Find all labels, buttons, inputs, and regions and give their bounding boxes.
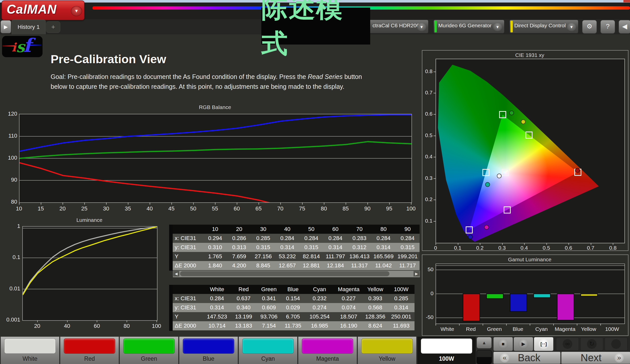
- tab-history-1[interactable]: History 1: [12, 20, 46, 34]
- column-header: 70: [347, 225, 371, 234]
- chevron-down-icon[interactable]: ▼: [493, 23, 502, 31]
- cie-measured-red: [575, 168, 580, 173]
- table-cell: 0.294: [203, 234, 227, 243]
- table-cell: 11.717: [396, 261, 420, 270]
- table-header-row: 102030405060708090: [173, 225, 420, 234]
- rgb-x-tick: 70: [274, 205, 287, 212]
- table-cell: 0.074: [335, 303, 363, 312]
- table-cell: 128.356: [363, 312, 388, 321]
- scroll-left-icon[interactable]: ◀: [173, 271, 179, 276]
- next-button[interactable]: Next »: [561, 352, 630, 364]
- table-cell: 0.284: [299, 234, 323, 243]
- cie-x-tick: 0.1: [451, 245, 464, 251]
- settings-button[interactable]: ⚙: [582, 20, 597, 34]
- pattern-swatch-white[interactable]: White: [1, 336, 60, 364]
- cie-y-tickmark: [434, 200, 436, 200]
- pattern-swatch-red[interactable]: Red: [60, 336, 119, 364]
- cie-y-tick: 0.3: [422, 175, 432, 181]
- read-series-button[interactable]: [··]: [534, 337, 554, 351]
- play-button[interactable]: ▶: [514, 337, 533, 351]
- back-chevrons-icon: «: [500, 353, 509, 362]
- display-control-dropdown[interactable]: Direct Display Control ▼: [509, 20, 578, 33]
- next-label: Next: [581, 352, 601, 363]
- table-cell: 7.659: [227, 252, 251, 261]
- swatch-color: [4, 338, 56, 354]
- rgb-x-tickmark: [63, 202, 63, 205]
- presentation-mode-overlay: 陈述模式: [261, 8, 370, 45]
- gamut-x-tickmark: [506, 324, 507, 326]
- generator-dropdown[interactable]: Murideo 6G Generator ▼: [434, 20, 504, 33]
- column-header: 100W: [388, 285, 415, 294]
- back-button[interactable]: « Back: [493, 352, 561, 364]
- help-button[interactable]: ?: [600, 20, 615, 34]
- luminance-x-tick: 60: [90, 323, 103, 329]
- pattern-swatch-green[interactable]: Green: [120, 336, 179, 364]
- table-cell: 0.284: [323, 234, 347, 243]
- cie-y-tickmark: [434, 136, 436, 136]
- extra-button[interactable]: [605, 337, 627, 351]
- calman-window: CalMAN ▼ ▶ History 1 + ctraCal C6 HDR200…: [0, 0, 630, 364]
- table-cell: 7.154: [256, 321, 282, 330]
- table-cell: 0.286: [227, 234, 251, 243]
- pattern-swatch-100w[interactable]: 100W: [417, 336, 476, 364]
- stop-button[interactable]: ■: [493, 337, 513, 351]
- pattern-swatch-blue[interactable]: Blue: [179, 336, 238, 364]
- collapse-panel-button[interactable]: ◀: [618, 20, 630, 34]
- table-cell: 0.284: [275, 234, 299, 243]
- calman-menu-chevron-icon[interactable]: ▼: [71, 6, 82, 16]
- cie-measured-white: [497, 174, 502, 178]
- pattern-swatch-magenta[interactable]: Magenta: [298, 336, 357, 364]
- table-row: y: CIE310.3140.3400.6090.0290.2740.0740.…: [173, 303, 415, 312]
- table-cell: 0.284: [396, 234, 420, 243]
- column-header: 60: [323, 225, 347, 234]
- rgb-x-tickmark: [280, 202, 281, 205]
- rgb-balance-plot: [19, 114, 412, 203]
- table-cell: 53.232: [275, 252, 299, 261]
- generator-dropdown-label: Murideo 6G Generator: [438, 23, 491, 29]
- column-header: Cyan: [304, 285, 335, 294]
- rgb-x-tickmark: [150, 202, 150, 205]
- scroll-right-icon[interactable]: ▶: [414, 271, 420, 276]
- cie-x-tick: 0.8: [606, 245, 619, 251]
- pattern-swatch-yellow[interactable]: Yellow: [358, 336, 417, 364]
- row-label: y: CIE31: [173, 303, 203, 312]
- calman-logo-button[interactable]: CalMAN ▼: [2, 1, 85, 20]
- pattern-swatch-cyan[interactable]: Cyan: [239, 336, 298, 364]
- rgb-x-tickmark: [84, 202, 85, 205]
- tab-scroll-button[interactable]: ▶: [1, 20, 11, 33]
- loop-button[interactable]: ↻: [580, 337, 603, 351]
- generator-accent: [435, 21, 437, 32]
- swatch-color: [302, 338, 353, 354]
- pattern-up-button[interactable]: ▲: [477, 337, 492, 349]
- table-cell: 11.735: [282, 321, 304, 330]
- table-cell: 0.274: [304, 303, 335, 312]
- chevron-down-icon[interactable]: ▼: [417, 23, 426, 31]
- column-header: 10: [203, 225, 227, 234]
- add-tab-button[interactable]: +: [46, 21, 60, 33]
- cie-y-tickmark: [434, 178, 436, 179]
- rgb-x-tick: 10: [13, 205, 25, 212]
- table-cell: 16.190: [335, 321, 363, 330]
- cie-target-green: [499, 111, 506, 118]
- table-cell: 0.312: [347, 243, 371, 252]
- column-header: Magenta: [335, 285, 363, 294]
- chevron-down-icon[interactable]: ▼: [567, 23, 576, 31]
- cie-target-yellow: [525, 132, 533, 139]
- table-row: Y1.7657.65927.15653.23282.814111.797136.…: [173, 252, 420, 261]
- cie-target-white: [502, 169, 509, 176]
- table-cell: 199.201: [396, 252, 420, 261]
- table-row: x: CIE310.2940.2860.2850.2840.2840.2840.…: [173, 234, 420, 243]
- continuous-read-button[interactable]: ∞: [556, 337, 579, 351]
- scrollbar-thumb[interactable]: [180, 271, 389, 276]
- table-cell: 1.765: [203, 252, 227, 261]
- table-left-strip: [169, 285, 173, 331]
- gamut-x-tickmark: [459, 324, 460, 326]
- swatch-label: Cyan: [239, 355, 297, 362]
- cie-target-magenta: [504, 206, 511, 213]
- luminance-x-tickmark: [156, 320, 157, 322]
- infinity-icon: ∞: [563, 339, 572, 349]
- luminance-x-tickmark: [97, 320, 97, 322]
- table-scrollbar[interactable]: ◀ ▶: [173, 270, 420, 277]
- gamut-luminance-title: Gamut Luminance: [436, 256, 624, 263]
- rgb-balance-chart: RGB Balance 1201101009080 10152025303540…: [8, 104, 423, 214]
